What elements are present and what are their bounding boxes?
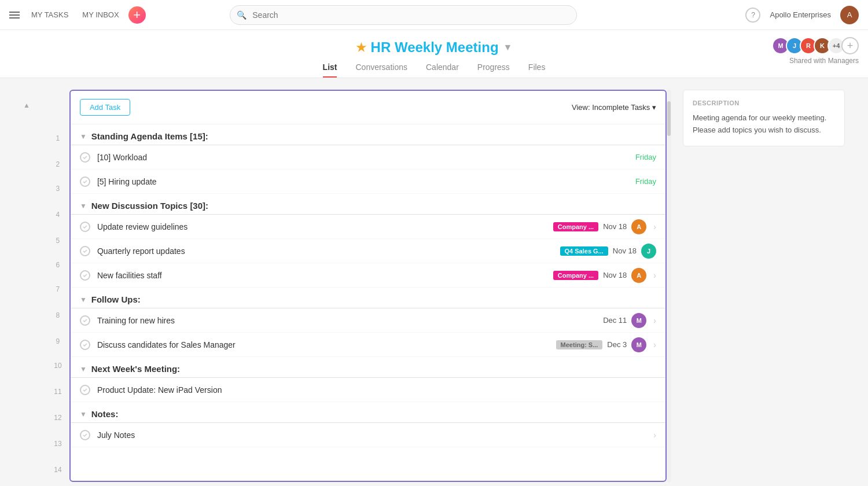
tab-conversations[interactable]: Conversations — [355, 62, 407, 78]
task-row: July Notes › — [71, 423, 665, 447]
task-row: Discuss candidates for Sales Manager Mee… — [71, 333, 665, 357]
user-avatar[interactable]: A — [840, 6, 859, 24]
task-avatar-facilities: A — [631, 268, 646, 283]
user-name: Apollo Enterprises — [770, 10, 831, 19]
section-collapse-5[interactable]: ▼ — [80, 410, 87, 418]
task-area: 1 2 3 4 5 6 7 8 9 10 11 12 13 14 Add Tas… — [46, 90, 671, 482]
task-list-container: Add Task View: Incomplete Tasks ▾ ▼ Stan… — [69, 90, 667, 482]
task-meta-review: Company ... Nov 18 A › — [553, 219, 656, 234]
task-date-candidates: Dec 3 — [607, 340, 627, 349]
task-meta-candidates: Meeting: S... Dec 3 M › — [556, 337, 656, 352]
task-row: Update review guidelines Company ... Nov… — [71, 215, 665, 239]
help-button[interactable]: ? — [745, 8, 760, 23]
row-num-11: 11 — [46, 378, 69, 406]
section-1-label: Standing Agenda Items [15]: — [91, 131, 208, 141]
task-date-hiring: Friday — [635, 177, 656, 186]
star-icon: ★ — [356, 41, 366, 54]
section-4-label: Next Week's Meeting: — [91, 364, 180, 374]
view-select[interactable]: View: Incomplete Tasks ▾ — [572, 103, 656, 112]
task-checkbox-hiring[interactable] — [80, 176, 90, 187]
task-row: Training for new hires Dec 11 M › — [71, 308, 665, 333]
task-date-facilities: Nov 18 — [603, 271, 627, 279]
view-label: View: Incomplete Tasks — [572, 103, 650, 112]
task-avatar-quarterly: J — [641, 244, 656, 259]
search-icon: 🔍 — [237, 10, 247, 20]
my-inbox-link[interactable]: MY INBOX — [82, 10, 119, 19]
section-collapse-4[interactable]: ▼ — [80, 365, 87, 373]
row-num-13: 13 — [46, 430, 69, 458]
tag-q4[interactable]: Q4 Sales G... — [560, 246, 608, 256]
task-checkbox-review[interactable] — [80, 222, 90, 232]
task-row: Quarterly report updates Q4 Sales G... N… — [71, 239, 665, 263]
section-2-label: New Discussion Topics [30]: — [91, 201, 208, 211]
tag-meeting[interactable]: Meeting: S... — [556, 340, 603, 349]
tab-calendar[interactable]: Calendar — [426, 62, 459, 78]
scrollbar[interactable] — [667, 90, 671, 482]
row-chevron-icon-3: › — [653, 316, 656, 325]
description-text: Meeting agenda for our weekly meeting. P… — [693, 112, 835, 137]
nav-links: MY TASKS MY INBOX — [31, 10, 119, 19]
main-content: ▲ 1 2 3 4 5 6 7 8 9 10 11 12 13 14 Add T… — [0, 78, 868, 486]
row-num-3: 3 — [46, 176, 69, 201]
task-checkbox-training[interactable] — [80, 315, 90, 326]
row-num-12: 12 — [46, 406, 69, 430]
tab-list[interactable]: List — [323, 62, 337, 78]
avatar-group: M J R K +4 + — [772, 37, 859, 54]
section-collapse-2[interactable]: ▼ — [80, 202, 87, 210]
task-name-facilities: New facilities staff — [97, 271, 553, 280]
task-date-quarterly: Nov 18 — [613, 246, 637, 255]
row-num-14: 14 — [46, 458, 69, 482]
task-name-ipad: Product Update: New iPad Version — [97, 385, 656, 395]
task-checkbox-facilities[interactable] — [80, 270, 90, 281]
section-collapse-1[interactable]: ▼ — [80, 132, 87, 141]
section-collapse-3[interactable]: ▼ — [80, 296, 87, 304]
section-standing-agenda: ▼ Standing Agenda Items [15]: — [71, 124, 665, 145]
task-checkbox-candidates[interactable] — [80, 340, 90, 350]
row-chevron-icon-5: › — [653, 430, 656, 440]
shared-row: M J R K +4 + Shared with Managers — [772, 37, 859, 65]
task-meta-july: › — [651, 430, 656, 440]
task-checkbox-workload[interactable] — [80, 152, 90, 163]
tab-files[interactable]: Files — [528, 62, 546, 78]
description-label: DESCRIPTION — [693, 100, 835, 106]
tag-company-2[interactable]: Company ... — [553, 271, 598, 280]
section-follow-ups: ▼ Follow Ups: — [71, 288, 665, 308]
row-num-6: 6 — [46, 253, 69, 277]
task-name-candidates: Discuss candidates for Sales Manager — [97, 340, 556, 349]
project-title[interactable]: ★ HR Weekly Meeting ▼ — [356, 39, 513, 56]
row-chevron-icon: › — [653, 222, 656, 231]
tag-company-1[interactable]: Company ... — [553, 222, 598, 231]
task-meta-training: Dec 11 M › — [603, 313, 656, 328]
collapse-button[interactable]: ▲ — [23, 101, 30, 109]
description-box: DESCRIPTION Meeting agenda for our weekl… — [683, 90, 845, 146]
search-input[interactable] — [230, 5, 577, 25]
task-date-review: Nov 18 — [603, 222, 627, 231]
tab-progress[interactable]: Progress — [477, 62, 510, 78]
add-button[interactable]: + — [128, 6, 146, 24]
task-row: [5] Hiring update Friday — [71, 170, 665, 194]
shared-label: Shared with Managers — [772, 57, 859, 65]
task-date-training: Dec 11 — [603, 316, 627, 325]
task-name-july: July Notes — [97, 430, 651, 440]
task-checkbox-july[interactable] — [80, 430, 90, 440]
add-member-button[interactable]: + — [841, 37, 859, 54]
section-5-label: Notes: — [91, 409, 119, 419]
hamburger-menu[interactable] — [9, 10, 20, 20]
my-tasks-link[interactable]: MY TASKS — [31, 10, 68, 19]
task-avatar-training: M — [631, 313, 646, 328]
task-checkbox-quarterly[interactable] — [80, 246, 90, 256]
task-avatar-candidates: M — [631, 337, 646, 352]
task-toolbar: Add Task View: Incomplete Tasks ▾ — [71, 91, 665, 124]
task-checkbox-ipad[interactable] — [80, 385, 90, 395]
nav-right: ? Apollo Enterprises A — [745, 6, 859, 24]
task-row: New facilities staff Company ... Nov 18 … — [71, 263, 665, 288]
add-task-button[interactable]: Add Task — [80, 99, 130, 116]
section-next-week: ▼ Next Week's Meeting: — [71, 357, 665, 378]
row-num-10: 10 — [46, 354, 69, 378]
section-3-label: Follow Ups: — [91, 294, 141, 304]
sidebar-description: DESCRIPTION Meeting agenda for our weekl… — [683, 90, 845, 482]
task-meta-workload: Friday — [635, 153, 656, 161]
row-num-4: 4 — [46, 201, 69, 229]
row-num-5: 5 — [46, 229, 69, 253]
section-new-discussion: ▼ New Discussion Topics [30]: — [71, 194, 665, 215]
